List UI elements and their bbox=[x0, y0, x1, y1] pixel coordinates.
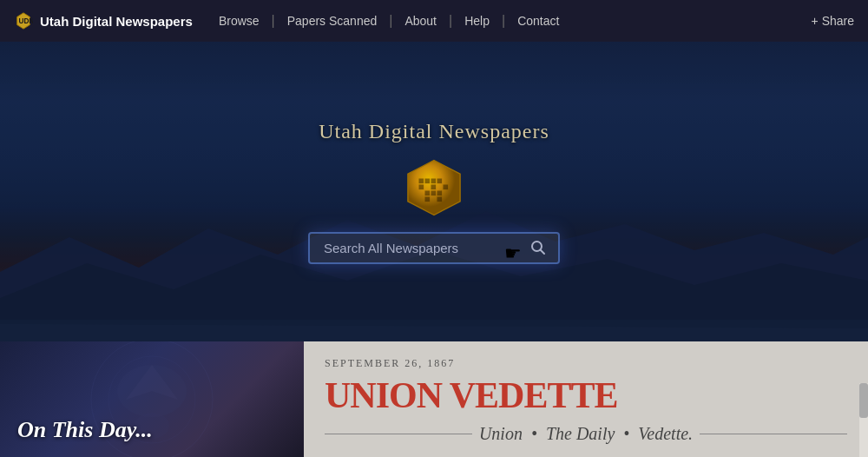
svg-rect-17 bbox=[425, 196, 431, 202]
hero-logo-icon bbox=[404, 157, 464, 218]
svg-rect-15 bbox=[437, 190, 443, 195]
brand-name: Utah Digital Newspapers bbox=[40, 14, 193, 29]
brand-icon: UDN bbox=[14, 11, 33, 30]
nav-browse[interactable]: Browse bbox=[214, 10, 265, 31]
nav-links: Browse | Papers Scanned | About | Help |… bbox=[214, 10, 812, 31]
newspaper-date: September 26, 1867 bbox=[325, 357, 847, 370]
svg-line-20 bbox=[541, 250, 545, 255]
svg-rect-12 bbox=[431, 184, 437, 189]
hero-content: Utah Digital Newspapers bbox=[308, 120, 560, 264]
svg-rect-13 bbox=[444, 184, 449, 189]
nav-about[interactable]: About bbox=[399, 10, 442, 31]
navbar: UDN Utah Digital Newspapers Browse | Pap… bbox=[0, 0, 868, 42]
svg-rect-16 bbox=[431, 190, 437, 195]
svg-rect-7 bbox=[419, 178, 424, 183]
search-button[interactable] bbox=[525, 238, 551, 257]
nav-sep-1: | bbox=[272, 13, 275, 29]
masthead-line-left bbox=[325, 434, 472, 434]
newspaper-masthead: Union • The Daily • Vedette. bbox=[325, 424, 847, 444]
svg-rect-10 bbox=[437, 178, 443, 183]
hero-section: Utah Digital Newspapers bbox=[0, 42, 868, 341]
share-button[interactable]: + Share bbox=[812, 14, 854, 28]
scrollbar[interactable] bbox=[859, 383, 868, 457]
newspaper-name: UNION VEDETTE bbox=[325, 377, 847, 414]
search-container bbox=[308, 232, 560, 264]
svg-rect-9 bbox=[431, 178, 437, 183]
svg-rect-14 bbox=[425, 190, 431, 195]
svg-rect-11 bbox=[419, 184, 424, 189]
brand-link[interactable]: UDN Utah Digital Newspapers bbox=[14, 11, 193, 30]
search-input[interactable] bbox=[317, 237, 525, 259]
on-this-day-card[interactable]: On This Day... bbox=[0, 341, 304, 457]
search-icon bbox=[530, 240, 546, 255]
svg-rect-8 bbox=[425, 178, 431, 183]
nav-papers-scanned[interactable]: Papers Scanned bbox=[282, 10, 383, 31]
hero-title: Utah Digital Newspapers bbox=[319, 120, 549, 143]
svg-rect-18 bbox=[437, 196, 443, 202]
on-this-day-title: On This Day... bbox=[17, 417, 153, 443]
masthead-text: Union • The Daily • Vedette. bbox=[479, 424, 693, 444]
svg-text:UDN: UDN bbox=[19, 17, 34, 25]
scrollbar-thumb[interactable] bbox=[859, 383, 868, 418]
nav-help[interactable]: Help bbox=[459, 10, 495, 31]
lower-section: On This Day... September 26, 1867 UNION … bbox=[0, 341, 868, 457]
newspaper-preview[interactable]: September 26, 1867 UNION VEDETTE Union •… bbox=[304, 341, 868, 457]
nav-sep-3: | bbox=[449, 13, 452, 29]
masthead-line-right bbox=[700, 434, 847, 434]
nav-contact[interactable]: Contact bbox=[512, 10, 564, 31]
nav-sep-2: | bbox=[389, 13, 392, 29]
share-label: + Share bbox=[812, 14, 854, 28]
nav-sep-4: | bbox=[502, 13, 505, 29]
